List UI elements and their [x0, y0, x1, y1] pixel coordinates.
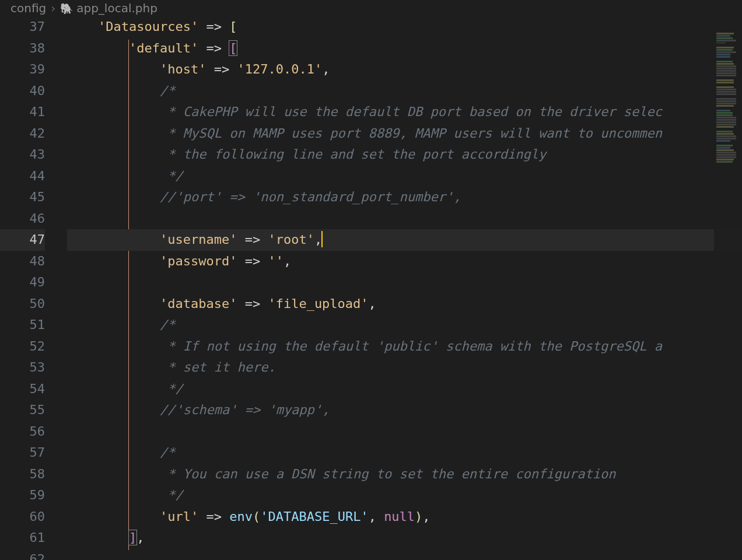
line-number[interactable]: 45: [0, 187, 45, 208]
minimap[interactable]: [714, 33, 742, 560]
code-line[interactable]: */: [67, 379, 742, 400]
code-line[interactable]: 'database' => 'file_upload',: [67, 293, 742, 315]
line-number[interactable]: 44: [0, 166, 45, 187]
code-line[interactable]: [67, 421, 742, 443]
code-line[interactable]: [67, 208, 742, 230]
line-number[interactable]: 50: [0, 293, 45, 315]
comment: * the following line and set the port ac…: [160, 147, 546, 162]
line-number[interactable]: 51: [0, 314, 45, 336]
code-line[interactable]: * MySQL on MAMP uses port 8889, MAMP use…: [67, 123, 742, 145]
comment: * CakePHP will use the default DB port b…: [160, 104, 662, 119]
code-line[interactable]: /*: [67, 442, 742, 464]
code-area[interactable]: 'Datasources' => [ 'default' => [ 'host'…: [67, 16, 742, 560]
code-line[interactable]: * You can use a DSN string to set the en…: [67, 464, 742, 485]
breadcrumb-folder[interactable]: config: [10, 1, 46, 15]
code-line[interactable]: [67, 272, 742, 293]
breadcrumb-separator: ›: [51, 1, 55, 15]
line-number[interactable]: 57: [0, 442, 45, 464]
comment: /*: [160, 445, 176, 460]
line-number[interactable]: 39: [0, 59, 45, 80]
code-line[interactable]: * CakePHP will use the default DB port b…: [67, 102, 742, 123]
comment: */: [160, 382, 183, 396]
comment: * MySQL on MAMP uses port 8889, MAMP use…: [160, 126, 662, 141]
string-value: '127.0.0.1': [237, 62, 322, 76]
string-value: '': [268, 254, 284, 268]
comment: //'schema' => 'myapp',: [160, 402, 330, 417]
string-value: 'root': [268, 232, 314, 247]
line-number[interactable]: 38: [0, 38, 45, 60]
array-key: 'Datasources': [98, 19, 198, 34]
code-line[interactable]: 'url' => env('DATABASE_URL', null),: [67, 506, 742, 528]
code-line[interactable]: * the following line and set the port ac…: [67, 144, 742, 166]
text-cursor: [321, 231, 323, 247]
line-number[interactable]: 60: [0, 506, 45, 528]
array-key: 'host': [160, 62, 206, 76]
line-number[interactable]: 47: [0, 229, 45, 251]
comment: /*: [160, 83, 176, 98]
code-line[interactable]: 'Datasources' => [: [67, 16, 742, 38]
php-file-icon: 🐘: [60, 2, 73, 15]
code-editor[interactable]: 3738394041424344454647484950515253545556…: [0, 16, 742, 560]
code-line[interactable]: //'port' => 'non_standard_port_number',: [67, 187, 742, 208]
code-line[interactable]: //'schema' => 'myapp',: [67, 400, 742, 421]
code-line[interactable]: /*: [67, 314, 742, 336]
comment: //'port' => 'non_standard_port_number',: [160, 190, 461, 204]
line-number[interactable]: 46: [0, 208, 45, 230]
function-call: env: [229, 509, 253, 524]
code-line-active[interactable]: 'username' => 'root',: [67, 229, 742, 251]
code-line[interactable]: * set it here.: [67, 357, 742, 379]
line-number[interactable]: 59: [0, 485, 45, 506]
line-number[interactable]: 43: [0, 144, 45, 166]
code-line[interactable]: [67, 549, 742, 561]
line-number[interactable]: 48: [0, 251, 45, 272]
line-number[interactable]: 49: [0, 272, 45, 293]
line-number[interactable]: 42: [0, 123, 45, 145]
line-number[interactable]: 40: [0, 80, 45, 102]
array-key: 'username': [160, 232, 237, 247]
line-number[interactable]: 53: [0, 357, 45, 379]
code-line[interactable]: 'password' => '',: [67, 251, 742, 272]
line-number[interactable]: 55: [0, 400, 45, 421]
line-number[interactable]: 61: [0, 527, 45, 549]
code-line[interactable]: ],: [67, 527, 742, 549]
line-number[interactable]: 52: [0, 336, 45, 358]
comment: * If not using the default 'public' sche…: [160, 339, 662, 354]
line-number-gutter[interactable]: 3738394041424344454647484950515253545556…: [0, 16, 67, 560]
line-number[interactable]: 41: [0, 102, 45, 123]
array-key: 'database': [160, 296, 237, 311]
line-number[interactable]: 58: [0, 464, 45, 485]
code-line[interactable]: */: [67, 166, 742, 187]
line-number[interactable]: 54: [0, 379, 45, 400]
comment: * You can use a DSN string to set the en…: [160, 467, 615, 481]
line-number[interactable]: 37: [0, 16, 45, 38]
comment: * set it here.: [160, 360, 276, 374]
comment: /*: [160, 317, 176, 332]
comment: */: [160, 488, 183, 502]
line-number[interactable]: 56: [0, 421, 45, 443]
array-key: 'default': [129, 41, 198, 55]
code-line[interactable]: /*: [67, 80, 742, 102]
code-line[interactable]: 'default' => [: [67, 38, 742, 60]
array-key: 'password': [160, 254, 237, 268]
code-line[interactable]: 'host' => '127.0.0.1',: [67, 59, 742, 80]
line-number[interactable]: 62: [0, 549, 45, 561]
string-value: 'file_upload': [268, 296, 368, 311]
breadcrumb-file[interactable]: app_local.php: [76, 1, 158, 15]
breadcrumb[interactable]: config › 🐘 app_local.php: [0, 0, 742, 16]
array-key: 'url': [160, 509, 198, 524]
comment: */: [160, 169, 183, 183]
code-line[interactable]: */: [67, 485, 742, 506]
code-line[interactable]: * If not using the default 'public' sche…: [67, 336, 742, 358]
